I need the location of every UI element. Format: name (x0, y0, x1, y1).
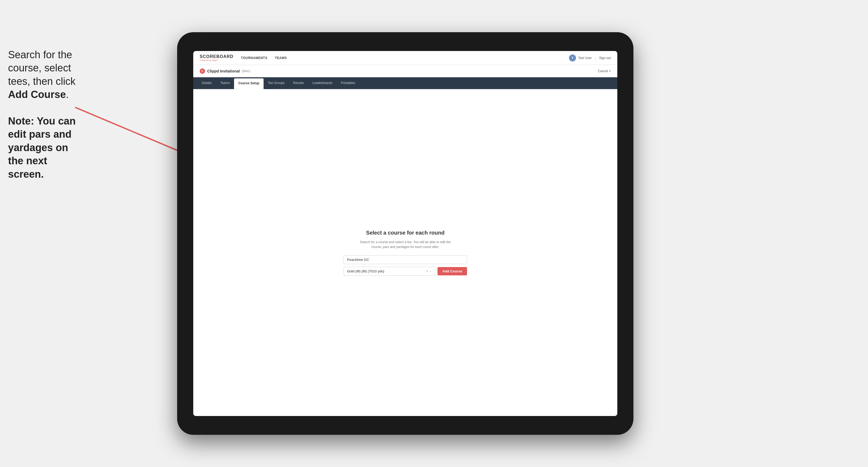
tournament-name: Clippd Invitational (207, 69, 240, 73)
main-content: Select a course for each round Search fo… (193, 89, 617, 416)
logo-text: SCOREBOARD (200, 54, 234, 59)
nav-teams[interactable]: TEAMS (275, 56, 287, 60)
tournament-header: C Clippd Invitational (Men) Cancel × (193, 65, 617, 77)
course-card: Select a course for each round Search fo… (344, 230, 467, 276)
sign-out-link[interactable]: Sign out (599, 56, 611, 60)
logo-area: SCOREBOARD Powered by clippd (200, 54, 234, 61)
nav-tournaments[interactable]: TOURNAMENTS (241, 56, 268, 60)
tab-teams[interactable]: Teams (216, 77, 234, 89)
course-search-input[interactable] (344, 255, 467, 264)
tab-leaderboards[interactable]: Leaderboards (308, 77, 337, 89)
card-title: Select a course for each round (344, 230, 467, 236)
logo-sub: Powered by clippd (200, 59, 234, 61)
tablet-device: SCOREBOARD Powered by clippd TOURNAMENTS… (177, 32, 633, 435)
user-label: Test User (578, 56, 592, 60)
nav-pipe: | (595, 56, 596, 60)
tab-course-setup[interactable]: Course Setup (234, 79, 264, 89)
cancel-button[interactable]: Cancel × (598, 69, 611, 73)
annotation-bold: Add Course (8, 89, 66, 100)
add-course-button[interactable]: Add Course (437, 267, 467, 275)
tee-select-row: Gold (M) (M) (7010 yds) × ⌄ Add Course (344, 267, 467, 276)
clippd-icon: C (200, 68, 205, 74)
tablet-screen: SCOREBOARD Powered by clippd TOURNAMENTS… (193, 51, 617, 416)
tab-tee-groups[interactable]: Tee Groups (264, 77, 289, 89)
nav-right: T Test User | Sign out (569, 55, 611, 61)
nav-left: SCOREBOARD Powered by clippd TOURNAMENTS… (200, 54, 287, 61)
clear-icon[interactable]: × (426, 269, 428, 273)
card-description: Search for a course and select a tee. Yo… (344, 240, 467, 249)
tab-printables[interactable]: Printables (337, 77, 360, 89)
tab-results[interactable]: Results (289, 77, 308, 89)
tournament-title-area: C Clippd Invitational (Men) (200, 68, 250, 74)
user-avatar: T (569, 55, 576, 61)
expand-icon: ⌄ (429, 269, 432, 273)
tournament-gender: (Men) (242, 69, 250, 73)
tee-select-dropdown[interactable]: Gold (M) (M) (7010 yds) × ⌄ (344, 267, 435, 276)
sub-nav-tabs: Details Teams Course Setup Tee Groups Re… (193, 77, 617, 89)
tab-details[interactable]: Details (197, 77, 216, 89)
annotation-note: Note: You can edit pars and yardages on … (8, 116, 76, 180)
cancel-label: Cancel (598, 69, 608, 73)
annotation-text: Search for the course, select tees, then… (8, 48, 83, 181)
tee-select-controls: × ⌄ (426, 269, 432, 273)
top-nav: SCOREBOARD Powered by clippd TOURNAMENTS… (193, 51, 617, 65)
annotation-period: . (66, 89, 69, 100)
tee-select-value: Gold (M) (M) (7010 yds) (347, 269, 384, 273)
cancel-icon: × (609, 69, 611, 73)
annotation-line1: Search for the course, select tees, then… (8, 49, 75, 87)
